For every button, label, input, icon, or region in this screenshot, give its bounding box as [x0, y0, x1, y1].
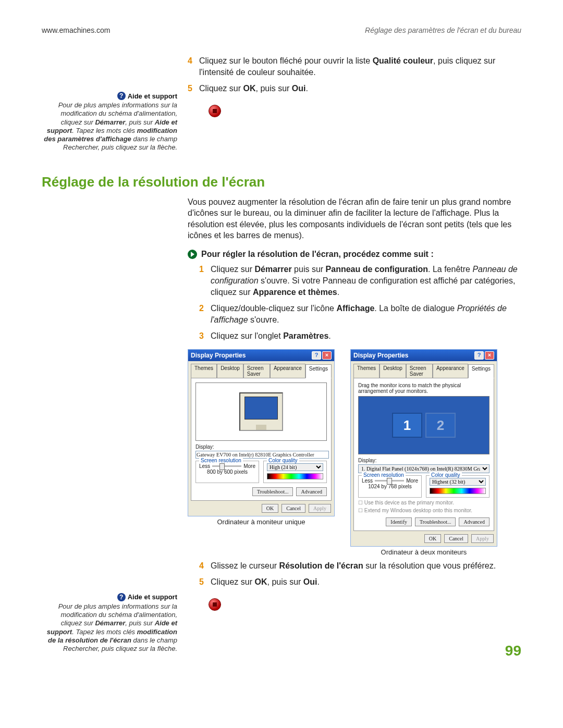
- dialog-title: Display Properties: [191, 352, 246, 359]
- step-text: Glissez le curseur Résolution de l'écran…: [211, 561, 496, 570]
- drag-hint: Drag the monitor icons to match the phys…: [358, 382, 489, 394]
- tab-settings[interactable]: Settings: [468, 364, 494, 378]
- tab-themes[interactable]: Themes: [353, 364, 380, 378]
- troubleshoot-button[interactable]: Troubleshoot...: [252, 487, 293, 496]
- screenshot-caption: Ordinateur à deux moniteurs: [350, 548, 497, 557]
- display-properties-dialog-single: Display Properties ? × Themes Desktop Sc…: [188, 349, 335, 516]
- apply-button[interactable]: Apply: [309, 504, 331, 513]
- rainbow-bar-icon: [430, 488, 486, 494]
- help-icon: ?: [117, 593, 126, 601]
- stop-icon: [209, 598, 221, 611]
- stop-icon: [209, 105, 221, 117]
- tab-screensaver[interactable]: Screen Saver: [406, 364, 433, 378]
- close-button[interactable]: ×: [485, 351, 494, 360]
- play-icon: [188, 250, 197, 259]
- identify-button[interactable]: Identify: [386, 517, 412, 526]
- group-color: Color quality: [267, 458, 299, 463]
- monitor-preview-icon: [239, 392, 283, 431]
- display-label: Display:: [195, 444, 327, 450]
- tab-appearance[interactable]: Appearance: [270, 364, 305, 378]
- procedure-title: Pour régler la résolution de l'écran, pr…: [201, 249, 434, 260]
- monitor-2-icon[interactable]: 2: [425, 413, 456, 438]
- help-title: Aide et support: [128, 92, 177, 100]
- screenshot-caption: Ordinateur à moniteur unique: [188, 517, 335, 527]
- troubleshoot-button[interactable]: Troubleshoot...: [415, 517, 456, 526]
- close-button[interactable]: ×: [322, 351, 332, 360]
- step-text: Cliquez sur OK, puis sur Oui.: [199, 84, 308, 93]
- page-number: 99: [505, 643, 521, 659]
- resolution-slider[interactable]: LessMore: [362, 478, 418, 484]
- help-icon: ?: [117, 92, 126, 100]
- step-text: Cliquez sur Démarrer puis sur Panneau de…: [211, 265, 518, 296]
- dialog-title: Display Properties: [353, 352, 408, 359]
- color-quality-select[interactable]: High (24 bit): [267, 463, 323, 471]
- extend-desktop-checkbox[interactable]: ☐ Extend my Windows desktop onto this mo…: [358, 508, 489, 513]
- color-quality-select[interactable]: Highest (32 bit): [430, 478, 486, 486]
- tab-settings[interactable]: Settings: [305, 364, 332, 378]
- group-resolution: Screen resolution: [199, 458, 243, 463]
- help-button[interactable]: ?: [474, 351, 484, 360]
- cancel-button[interactable]: Cancel: [444, 534, 468, 543]
- primary-monitor-checkbox[interactable]: ☐ Use this device as the primary monitor…: [358, 500, 489, 505]
- advanced-button[interactable]: Advanced: [459, 517, 489, 526]
- tab-themes[interactable]: Themes: [191, 364, 217, 378]
- group-resolution: Screen resolution: [362, 472, 406, 478]
- ok-button[interactable]: OK: [424, 534, 441, 543]
- help-text: Pour de plus amples informations sur la …: [42, 602, 177, 653]
- help-title: Aide et support: [128, 593, 177, 601]
- cancel-button[interactable]: Cancel: [282, 504, 305, 513]
- tab-screensaver[interactable]: Screen Saver: [243, 364, 270, 378]
- header-url: www.emachines.com: [42, 26, 111, 34]
- group-color: Color quality: [430, 472, 462, 478]
- rainbow-bar-icon: [267, 473, 323, 479]
- tab-appearance[interactable]: Appearance: [433, 364, 468, 378]
- intro-paragraph: Vous pouvez augmenter la résolution de l…: [188, 196, 521, 241]
- step-text: Cliquez/double-cliquez sur l'icône Affic…: [211, 304, 507, 324]
- step-text: Cliquez sur l'onglet Paramètres.: [211, 331, 331, 340]
- monitor-1-icon[interactable]: 1: [392, 413, 422, 438]
- help-button[interactable]: ?: [312, 351, 321, 360]
- ok-button[interactable]: OK: [262, 504, 278, 513]
- step-text: Cliquez sur OK, puis sur Oui.: [211, 577, 320, 586]
- resolution-value: 800 by 600 pixels: [199, 469, 255, 475]
- tab-desktop[interactable]: Desktop: [380, 364, 406, 378]
- header-chapter: Réglage des paramètres de l'écran et du …: [365, 26, 521, 34]
- tab-desktop[interactable]: Desktop: [217, 364, 243, 378]
- display-properties-dialog-dual: Display Properties ? × Themes Desktop Sc…: [350, 349, 497, 547]
- section-heading: Réglage de la résolution de l'écran: [42, 174, 521, 190]
- resolution-slider[interactable]: LessMore: [199, 463, 255, 469]
- advanced-button[interactable]: Advanced: [296, 487, 327, 496]
- apply-button[interactable]: Apply: [471, 534, 494, 543]
- step-text: Cliquez sur le bouton fléché pour ouvrir…: [199, 56, 495, 77]
- help-text: Pour de plus amples informations sur la …: [42, 101, 177, 152]
- display-label: Display:: [358, 458, 489, 463]
